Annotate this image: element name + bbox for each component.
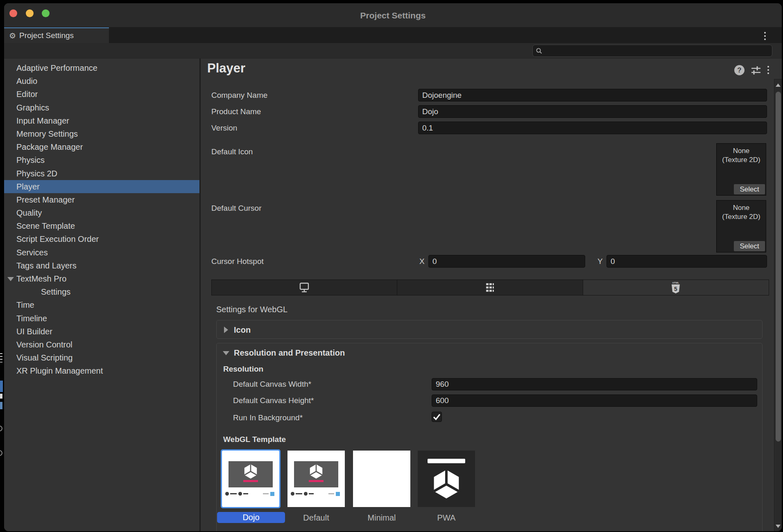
- search-icon: [536, 47, 543, 54]
- resolution-presentation-header[interactable]: Resolution and Presentation: [217, 343, 762, 362]
- template-label-minimal[interactable]: Minimal: [353, 512, 410, 523]
- search-input[interactable]: [532, 45, 772, 57]
- platform-tab-strip: HTML 5: [211, 280, 769, 295]
- gear-icon: ⚙: [9, 32, 16, 40]
- canvas-height-label: Default Canvas Height*: [233, 394, 314, 407]
- player-more-menu-button[interactable]: [767, 65, 769, 75]
- sidebar-item-preset-manager[interactable]: Preset Manager: [4, 193, 199, 206]
- scrollbar-thumb[interactable]: [776, 92, 781, 442]
- sidebar-item-adaptive-performance[interactable]: Adaptive Performance: [4, 61, 199, 74]
- default-cursor-object-field[interactable]: None (Texture 2D) Select: [716, 200, 766, 252]
- icon-foldout-label: Icon: [234, 325, 251, 334]
- sidebar-item-ui-builder[interactable]: UI Builder: [4, 325, 199, 338]
- sidebar-item-version-control[interactable]: Version Control: [4, 338, 199, 351]
- template-underline: [243, 480, 258, 482]
- version-field[interactable]: 0.1: [418, 122, 767, 134]
- sidebar-item-xr-plugin-management[interactable]: XR Plugin Management: [4, 364, 199, 377]
- template-card-minimal[interactable]: [353, 451, 410, 507]
- texture-type-text: (Texture 2D): [717, 212, 766, 221]
- scroll-up-icon[interactable]: [776, 83, 781, 87]
- sidebar-item-services[interactable]: Services: [4, 246, 199, 259]
- sidebar-item-time[interactable]: Time: [4, 298, 199, 311]
- texture-none-text: None: [717, 147, 766, 156]
- hotspot-y-field[interactable]: 0: [606, 255, 767, 268]
- unity-cube-icon: [243, 464, 258, 479]
- company-name-field[interactable]: Dojoengine: [418, 89, 767, 101]
- kebab-icon: [767, 66, 769, 68]
- settings-category-list: Adaptive Performance Audio Editor Graphi…: [4, 59, 199, 531]
- unity-cube-icon: [308, 464, 324, 479]
- sidebar-item-input-manager[interactable]: Input Manager: [4, 114, 199, 127]
- run-in-background-label: Run In Background*: [233, 412, 303, 424]
- sidebar-item-memory-settings[interactable]: Memory Settings: [4, 127, 199, 140]
- sidebar-item-textmesh-pro-settings[interactable]: Settings: [4, 285, 199, 298]
- company-name-label: Company Name: [211, 89, 267, 101]
- sidebar-item-quality[interactable]: Quality: [4, 206, 199, 219]
- foldout-expanded-icon[interactable]: [7, 277, 14, 281]
- sidebar-item-package-manager[interactable]: Package Manager: [4, 140, 199, 153]
- window-title: Project Settings: [4, 3, 782, 27]
- template-label-pwa[interactable]: PWA: [418, 512, 475, 523]
- platform-tab-dedicated-server[interactable]: [397, 280, 583, 295]
- template-card-dojo[interactable]: [222, 451, 279, 507]
- resolution-subheader: Resolution: [223, 363, 263, 375]
- version-label: Version: [211, 122, 237, 134]
- resolution-presentation-box: Resolution and Presentation Resolution D…: [216, 343, 763, 531]
- scroll-down-icon[interactable]: [776, 525, 781, 528]
- default-icon-object-field[interactable]: None (Texture 2D) Select: [716, 143, 766, 196]
- template-card-pwa[interactable]: [418, 451, 475, 507]
- default-cursor-label: Default Cursor: [211, 202, 262, 214]
- hotspot-x-label: X: [419, 255, 425, 268]
- help-icon[interactable]: ?: [734, 65, 745, 75]
- canvas-width-label: Default Canvas Width*: [233, 378, 311, 390]
- settings-for-webgl-label: Settings for WebGL: [216, 303, 287, 316]
- platform-tab-webgl[interactable]: HTML 5: [583, 280, 769, 295]
- sidebar-item-script-execution-order[interactable]: Script Execution Order: [4, 232, 199, 246]
- default-icon-select-button[interactable]: Select: [734, 184, 765, 194]
- sidebar-item-graphics[interactable]: Graphics: [4, 101, 199, 114]
- product-name-label: Product Name: [211, 105, 261, 118]
- template-card-default[interactable]: [287, 451, 345, 507]
- sidebar-item-textmesh-pro[interactable]: TextMesh Pro: [4, 272, 199, 285]
- tab-project-settings-label: Project Settings: [19, 31, 74, 40]
- sidebar-item-physics[interactable]: Physics: [4, 153, 199, 167]
- sidebar-item-editor[interactable]: Editor: [4, 88, 199, 101]
- product-name-field[interactable]: Dojo: [418, 105, 767, 118]
- presets-icon[interactable]: [750, 65, 762, 75]
- default-icon-label: Default Icon: [211, 145, 253, 158]
- settings-toolbar: [4, 43, 782, 59]
- template-label-default[interactable]: Default: [287, 512, 345, 523]
- foldout-expanded-icon: [223, 351, 229, 355]
- icon-foldout-header[interactable]: Icon: [217, 320, 762, 339]
- hotspot-y-label: Y: [597, 255, 603, 268]
- hotspot-x-field[interactable]: 0: [428, 255, 585, 268]
- sidebar-item-physics-2d[interactable]: Physics 2D: [4, 167, 199, 180]
- sidebar-item-player[interactable]: Player: [4, 180, 199, 193]
- sidebar-item-scene-template[interactable]: Scene Template: [4, 219, 199, 232]
- vertical-scrollbar[interactable]: [774, 79, 782, 531]
- cursor-hotspot-label: Cursor Hotspot: [211, 255, 264, 268]
- tab-bar-more-menu-button[interactable]: [763, 29, 767, 43]
- run-in-background-checkbox[interactable]: [432, 412, 442, 422]
- sidebar-item-tags-and-layers[interactable]: Tags and Layers: [4, 259, 199, 272]
- desktop-platform-icon: [298, 282, 310, 293]
- checkmark-icon: [432, 412, 441, 422]
- project-settings-window: Project Settings ⚙ Project Settings Adap…: [4, 3, 782, 531]
- kebab-icon: [764, 32, 766, 34]
- unity-cube-icon: [431, 469, 462, 500]
- template-label-dojo[interactable]: Dojo: [217, 512, 285, 523]
- default-cursor-select-button[interactable]: Select: [734, 241, 765, 251]
- sidebar-item-audio[interactable]: Audio: [4, 74, 199, 88]
- webgl-template-subheader: WebGL Template: [223, 433, 286, 446]
- texture-type-text: (Texture 2D): [717, 156, 766, 165]
- canvas-width-field[interactable]: 960: [432, 378, 757, 390]
- server-platform-icon: [484, 282, 495, 293]
- platform-tab-desktop[interactable]: [212, 280, 397, 295]
- sidebar-item-visual-scripting[interactable]: Visual Scripting: [4, 351, 199, 364]
- sidebar-item-timeline[interactable]: Timeline: [4, 312, 199, 325]
- canvas-height-field[interactable]: 600: [432, 394, 757, 407]
- tab-project-settings[interactable]: ⚙ Project Settings: [4, 27, 109, 43]
- editor-tab-bar: ⚙ Project Settings: [4, 27, 782, 43]
- svg-text:HTML: HTML: [672, 282, 679, 284]
- template-underline: [309, 480, 324, 482]
